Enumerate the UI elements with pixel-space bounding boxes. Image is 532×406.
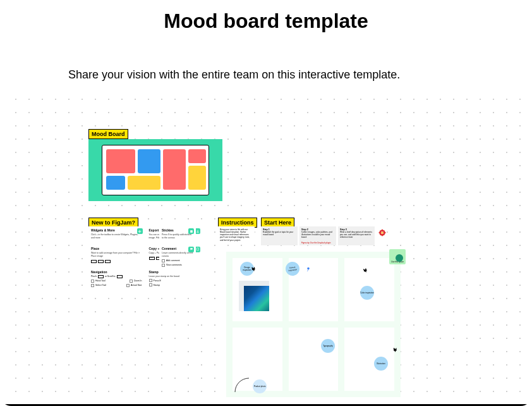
template-card: Mood board template Share your vision wi… <box>0 0 532 406</box>
help-body: Want to add an image from your computer?… <box>91 252 142 258</box>
moodboard-hero[interactable] <box>88 139 222 201</box>
hero-tile <box>163 149 186 190</box>
sticky-icon <box>188 228 194 234</box>
step-row: Step 1 Establish the goal or topic for y… <box>261 226 375 245</box>
note-sticky[interactable]: Use this space <box>389 249 406 264</box>
help-card-stickies[interactable]: Stickies Press S to quickly add stickies… <box>159 226 196 243</box>
bubble-illustration[interactable]: Illustration <box>374 357 388 371</box>
svg-point-2 <box>381 231 383 233</box>
svg-rect-1 <box>190 230 193 233</box>
help-card-widgets[interactable]: Widgets & More Click + in the toolbar to… <box>88 226 145 243</box>
step-body: Collect images, color palettes, and illu… <box>301 231 334 238</box>
file-box <box>98 260 104 263</box>
help-body: Press S to quickly add stickies to the c… <box>162 233 193 240</box>
help-body: Leave your stamp on the board <box>149 275 200 278</box>
comment-icon <box>188 247 194 252</box>
copy-box: Copy <box>149 257 155 260</box>
help-card-comment[interactable]: Comment Leave comments directly on the c… <box>159 245 196 270</box>
moodboard-grid-frame[interactable] <box>226 252 401 397</box>
page-subtitle: Share your vision with the entire team o… <box>68 68 400 82</box>
step-tip: Figma tip: Use the Unsplash plugin <box>301 242 331 244</box>
file-box <box>105 260 111 263</box>
hero-tile <box>106 176 125 190</box>
help-title: Place <box>91 247 142 251</box>
plus-icon <box>137 228 143 234</box>
arc-connector <box>234 377 250 393</box>
hero-tile <box>188 149 206 163</box>
help-title: Navigation <box>91 270 142 274</box>
help-title: Widgets & More <box>91 228 142 233</box>
step-card-2[interactable]: Step 2 Collect images, color palettes, a… <box>299 226 336 245</box>
pushpin-icon <box>363 264 368 269</box>
step-card-3[interactable]: Step 3 Write a brief description of elem… <box>338 226 375 245</box>
help-card-stamp[interactable]: Stamp Leave your stamp on the board Pres… <box>147 268 203 290</box>
help-body: Click + in the toolbar to create Widgets… <box>91 233 142 240</box>
bubble-typography[interactable]: Typography <box>321 339 335 353</box>
hero-tile <box>128 176 160 190</box>
pushpin-icon <box>393 344 398 349</box>
help-card-navigation[interactable]: Navigation Pinch or Scroll to Hand ToolZ… <box>88 268 145 290</box>
moodboard-image[interactable] <box>239 281 269 311</box>
help-card-place[interactable]: Place Want to add an image from your com… <box>88 245 145 266</box>
hero-tile <box>106 149 135 173</box>
stickies-column: Stickies Press S to quickly add stickies… <box>159 226 196 270</box>
hero-tile <box>138 149 160 173</box>
moodboard-label: Mood Board <box>88 129 128 139</box>
bubble-color[interactable]: Color inspiration <box>360 286 374 300</box>
nav-box <box>98 275 104 278</box>
flower-icon <box>378 228 387 237</box>
svg-rect-0 <box>196 248 198 250</box>
avatar-icon <box>396 254 403 262</box>
page-title: Mood board template <box>0 9 532 33</box>
moodboard-frame <box>102 145 209 195</box>
step-body: Write a brief description of elements yo… <box>340 231 373 238</box>
step-body: Establish the goal or topic for your moo… <box>263 231 296 236</box>
bubble-product[interactable]: Product photo <box>253 379 267 393</box>
step-card-1[interactable]: Step 1 Establish the goal or topic for y… <box>261 226 298 245</box>
hero-tile <box>188 166 206 190</box>
board-cell[interactable] <box>289 328 339 391</box>
help-title: Stamp <box>149 270 200 274</box>
instructions-body: Bring your vision to life with our Mood … <box>218 226 255 243</box>
help-body: Leave comments directly on the canvas <box>162 252 193 258</box>
nav-box <box>117 275 123 278</box>
file-box <box>91 260 97 263</box>
pushpin-icon <box>251 263 257 268</box>
svg-point-11 <box>307 268 310 270</box>
pushpin-icon <box>306 263 311 268</box>
